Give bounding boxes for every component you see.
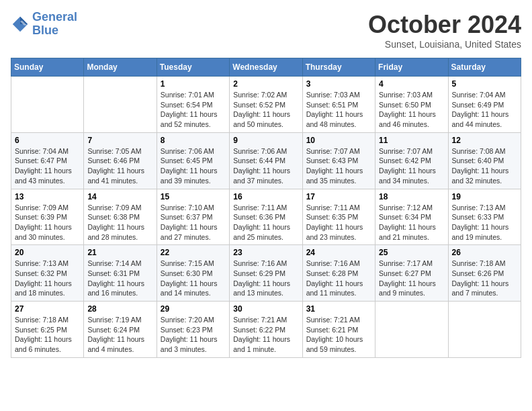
day-number: 9 [233,136,298,145]
day-header-saturday: Saturday [448,58,521,77]
calendar-cell: 25Sunrise: 7:17 AMSunset: 6:27 PMDayligh… [375,245,448,302]
location-subtitle: Sunset, Louisiana, United States [368,39,521,50]
day-number: 29 [161,304,226,314]
day-detail: Sunrise: 7:03 AMSunset: 6:51 PMDaylight:… [306,90,371,130]
day-detail: Sunrise: 7:18 AMSunset: 6:25 PMDaylight:… [15,315,80,355]
day-number: 23 [233,248,298,257]
day-detail: Sunrise: 7:11 AMSunset: 6:36 PMDaylight:… [233,203,298,242]
calendar-week-4: 20Sunrise: 7:13 AMSunset: 6:32 PMDayligh… [11,245,521,302]
day-detail: Sunrise: 7:16 AMSunset: 6:28 PMDaylight:… [306,259,371,298]
calendar-week-5: 27Sunrise: 7:18 AMSunset: 6:25 PMDayligh… [11,302,521,358]
calendar-cell: 19Sunrise: 7:13 AMSunset: 6:33 PMDayligh… [448,189,521,245]
calendar-cell: 13Sunrise: 7:09 AMSunset: 6:39 PMDayligh… [11,189,84,245]
day-number: 12 [452,136,517,145]
calendar-cell: 18Sunrise: 7:12 AMSunset: 6:34 PMDayligh… [375,189,448,245]
logo-blue: Blue [32,24,58,37]
day-detail: Sunrise: 7:03 AMSunset: 6:50 PMDaylight:… [379,90,444,130]
calendar-cell: 9Sunrise: 7:06 AMSunset: 6:44 PMDaylight… [230,132,302,189]
day-detail: Sunrise: 7:05 AMSunset: 6:46 PMDaylight:… [87,146,152,186]
day-detail: Sunrise: 7:20 AMSunset: 6:23 PMDaylight:… [161,315,226,355]
day-number: 8 [161,136,226,145]
day-header-wednesday: Wednesday [230,58,302,77]
day-number: 18 [379,192,444,201]
calendar-cell: 3Sunrise: 7:03 AMSunset: 6:51 PMDaylight… [302,77,375,133]
day-number: 20 [15,248,80,257]
day-detail: Sunrise: 7:19 AMSunset: 6:24 PMDaylight:… [87,315,152,355]
calendar-cell [375,302,448,358]
calendar-cell: 17Sunrise: 7:11 AMSunset: 6:35 PMDayligh… [302,189,375,245]
calendar-cell [448,302,521,358]
calendar-cell: 20Sunrise: 7:13 AMSunset: 6:32 PMDayligh… [11,245,84,302]
calendar-week-3: 13Sunrise: 7:09 AMSunset: 6:39 PMDayligh… [11,189,521,245]
logo-text: General Blue [32,11,77,38]
month-title: October 2024 [368,11,521,39]
calendar-cell: 21Sunrise: 7:14 AMSunset: 6:31 PMDayligh… [84,245,157,302]
calendar-cell: 22Sunrise: 7:15 AMSunset: 6:30 PMDayligh… [157,245,229,302]
day-number: 3 [306,79,371,89]
day-detail: Sunrise: 7:18 AMSunset: 6:26 PMDaylight:… [452,259,517,298]
day-number: 26 [452,248,517,257]
calendar-cell [11,77,84,133]
logo: General Blue [11,11,77,38]
calendar-cell: 4Sunrise: 7:03 AMSunset: 6:50 PMDaylight… [375,77,448,133]
logo-icon [11,15,30,34]
calendar-week-1: 1Sunrise: 7:01 AMSunset: 6:54 PMDaylight… [11,77,521,133]
day-detail: Sunrise: 7:21 AMSunset: 6:21 PMDaylight:… [306,315,371,355]
day-detail: Sunrise: 7:06 AMSunset: 6:45 PMDaylight:… [161,146,226,186]
day-detail: Sunrise: 7:01 AMSunset: 6:54 PMDaylight:… [161,90,226,130]
day-detail: Sunrise: 7:04 AMSunset: 6:49 PMDaylight:… [452,90,517,130]
day-detail: Sunrise: 7:04 AMSunset: 6:47 PMDaylight:… [15,146,80,186]
day-number: 22 [161,248,226,257]
day-number: 19 [452,192,517,201]
day-number: 6 [15,136,80,145]
day-header-thursday: Thursday [302,58,375,77]
calendar-cell: 8Sunrise: 7:06 AMSunset: 6:45 PMDaylight… [157,132,229,189]
day-number: 16 [233,192,298,201]
calendar-cell: 6Sunrise: 7:04 AMSunset: 6:47 PMDaylight… [11,132,84,189]
calendar-cell: 5Sunrise: 7:04 AMSunset: 6:49 PMDaylight… [448,77,521,133]
day-detail: Sunrise: 7:10 AMSunset: 6:37 PMDaylight:… [161,203,226,242]
day-detail: Sunrise: 7:09 AMSunset: 6:38 PMDaylight:… [87,203,152,242]
day-number: 28 [87,304,152,314]
calendar-table: SundayMondayTuesdayWednesdayThursdayFrid… [11,58,521,358]
title-block: October 2024 Sunset, Louisiana, United S… [368,11,521,50]
calendar-cell: 16Sunrise: 7:11 AMSunset: 6:36 PMDayligh… [230,189,302,245]
day-number: 15 [161,192,226,201]
calendar-cell: 2Sunrise: 7:02 AMSunset: 6:52 PMDaylight… [230,77,302,133]
calendar-cell: 7Sunrise: 7:05 AMSunset: 6:46 PMDaylight… [84,132,157,189]
day-number: 27 [15,304,80,314]
day-number: 4 [379,79,444,89]
day-header-sunday: Sunday [11,58,84,77]
calendar-cell: 23Sunrise: 7:16 AMSunset: 6:29 PMDayligh… [230,245,302,302]
calendar-cell: 10Sunrise: 7:07 AMSunset: 6:43 PMDayligh… [302,132,375,189]
day-header-monday: Monday [84,58,157,77]
day-number: 21 [87,248,152,257]
calendar-cell: 28Sunrise: 7:19 AMSunset: 6:24 PMDayligh… [84,302,157,358]
calendar-cell: 1Sunrise: 7:01 AMSunset: 6:54 PMDaylight… [157,77,229,133]
day-number: 17 [306,192,371,201]
day-detail: Sunrise: 7:15 AMSunset: 6:30 PMDaylight:… [161,259,226,298]
day-detail: Sunrise: 7:06 AMSunset: 6:44 PMDaylight:… [233,146,298,186]
day-detail: Sunrise: 7:07 AMSunset: 6:43 PMDaylight:… [306,146,371,186]
calendar-cell: 24Sunrise: 7:16 AMSunset: 6:28 PMDayligh… [302,245,375,302]
page-header: General Blue October 2024 Sunset, Louisi… [11,11,521,50]
day-detail: Sunrise: 7:13 AMSunset: 6:33 PMDaylight:… [452,203,517,242]
day-number: 25 [379,248,444,257]
day-detail: Sunrise: 7:11 AMSunset: 6:35 PMDaylight:… [306,203,371,242]
day-number: 31 [306,304,371,314]
day-number: 7 [87,136,152,145]
day-number: 10 [306,136,371,145]
day-header-tuesday: Tuesday [157,58,229,77]
calendar-cell: 15Sunrise: 7:10 AMSunset: 6:37 PMDayligh… [157,189,229,245]
day-detail: Sunrise: 7:17 AMSunset: 6:27 PMDaylight:… [379,259,444,298]
day-detail: Sunrise: 7:13 AMSunset: 6:32 PMDaylight:… [15,259,80,298]
calendar-cell: 11Sunrise: 7:07 AMSunset: 6:42 PMDayligh… [375,132,448,189]
calendar-cell: 14Sunrise: 7:09 AMSunset: 6:38 PMDayligh… [84,189,157,245]
day-number: 30 [233,304,298,314]
day-number: 5 [452,79,517,89]
day-header-friday: Friday [375,58,448,77]
calendar-cell: 30Sunrise: 7:21 AMSunset: 6:22 PMDayligh… [230,302,302,358]
day-number: 24 [306,248,371,257]
day-detail: Sunrise: 7:12 AMSunset: 6:34 PMDaylight:… [379,203,444,242]
day-number: 11 [379,136,444,145]
